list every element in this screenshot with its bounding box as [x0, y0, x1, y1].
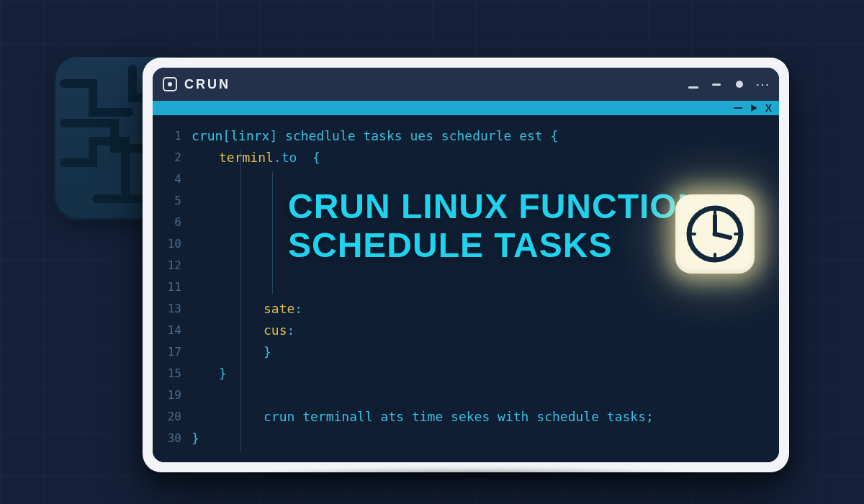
token: schedlule tasks ues schedurle est {: [277, 125, 558, 147]
line-number: 12: [153, 255, 181, 276]
token: .to {: [274, 147, 320, 168]
line-number: 2: [153, 147, 181, 168]
line-number: 15: [153, 363, 181, 384]
line-number: 6: [153, 212, 181, 233]
token: :: [287, 320, 295, 341]
line-number: 5: [153, 190, 181, 212]
token: :: [294, 298, 302, 320]
token: crun: [192, 125, 222, 147]
token: sate: [264, 298, 294, 320]
line-number: 11: [153, 276, 181, 298]
code-line: }: [192, 363, 768, 384]
token: crun terminall ats time sekes with sched…: [264, 406, 654, 428]
clock-icon: [675, 194, 755, 274]
code-line: cus:: [192, 320, 768, 341]
line-number: 17: [153, 341, 181, 363]
line-number: 4: [153, 168, 181, 190]
ribbon-close-button[interactable]: X: [765, 103, 772, 113]
bracket-close-icon: ]: [269, 125, 277, 147]
code-line: }: [192, 341, 768, 363]
code-line: crun[linrx] schedlule tasks ues schedurl…: [192, 125, 768, 147]
code-line: }: [192, 428, 768, 449]
line-number: 30: [153, 428, 181, 449]
line-number: 13: [153, 298, 181, 320]
app-logo-icon: [163, 77, 177, 91]
line-number: 20: [153, 406, 181, 428]
line-number: 1: [153, 125, 181, 147]
code-line: terminl.to {: [192, 147, 768, 168]
code-line: crun terminall ats time sekes with sched…: [192, 406, 768, 428]
indent-guide: [240, 150, 241, 452]
code-line: sate:: [192, 298, 768, 320]
code-line: [192, 276, 768, 298]
token: cus: [264, 320, 287, 341]
window-restore-button[interactable]: [710, 84, 723, 86]
code-editor[interactable]: 1 2 4 5 6 10 12 11 13 14 17 15 19 20 30: [153, 115, 779, 462]
bracket-open-icon: [: [222, 125, 230, 147]
clock-badge: [675, 194, 755, 274]
token: linrx: [230, 125, 269, 147]
ribbon-collapse-button[interactable]: [734, 107, 742, 109]
token: }: [219, 363, 227, 384]
device-frame: CRUN X 1 2 4 5 6 10: [143, 58, 789, 472]
ribbon-run-button[interactable]: [750, 104, 758, 112]
app-title: CRUN: [184, 77, 230, 92]
device-shadow: [151, 464, 796, 485]
window-minimize-button[interactable]: [687, 81, 700, 89]
svg-point-3: [713, 232, 718, 237]
window-controls: [687, 81, 769, 89]
line-number: 14: [153, 320, 181, 341]
line-number: 19: [153, 384, 181, 406]
play-icon: [750, 104, 758, 112]
window-more-button[interactable]: [756, 81, 769, 88]
action-ribbon: X: [153, 101, 779, 115]
token: }: [192, 428, 199, 449]
window-maximize-button[interactable]: [733, 81, 746, 88]
line-number-gutter: 1 2 4 5 6 10 12 11 13 14 17 15 19 20 30: [153, 115, 187, 462]
token: }: [264, 341, 271, 363]
code-line: [192, 384, 768, 406]
code-line: [192, 168, 768, 190]
app-window: CRUN X 1 2 4 5 6 10: [153, 68, 779, 462]
token: terminl: [219, 147, 274, 168]
code-area[interactable]: crun[linrx] schedlule tasks ues schedurl…: [187, 115, 779, 462]
line-number: 10: [153, 233, 181, 255]
title-bar: CRUN: [153, 68, 779, 101]
indent-guide: [272, 171, 273, 294]
